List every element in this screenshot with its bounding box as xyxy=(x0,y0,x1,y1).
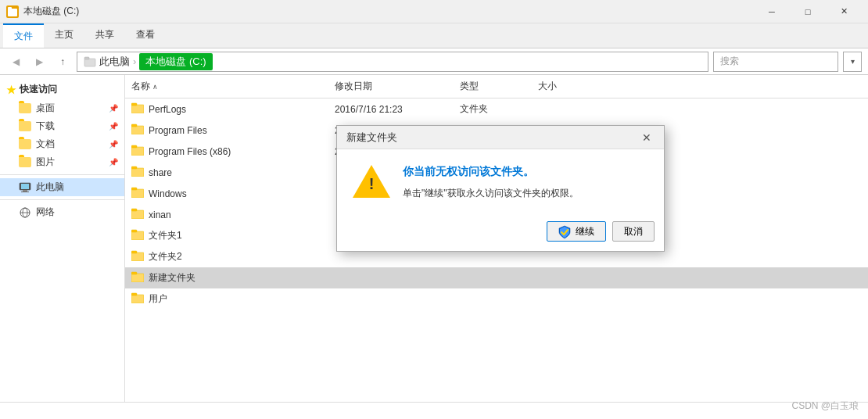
sidebar-item-documents[interactable]: 文档 📌 xyxy=(0,135,124,153)
svg-rect-23 xyxy=(131,231,144,240)
sidebar-item-this-pc-label: 此电脑 xyxy=(36,181,64,194)
table-row[interactable]: 用户 xyxy=(125,288,868,310)
tab-home[interactable]: 主页 xyxy=(44,23,84,48)
title-bar-text: 本地磁盘 (C:) xyxy=(23,5,79,18)
dialog-title-bar: 新建文件夹 ✕ xyxy=(337,126,664,149)
svg-rect-18 xyxy=(131,167,137,169)
svg-rect-0 xyxy=(8,9,17,16)
tab-view[interactable]: 查看 xyxy=(125,23,166,48)
search-box[interactable]: 搜索 xyxy=(713,52,838,72)
file-name: share xyxy=(149,167,172,178)
folder-icon xyxy=(131,124,144,137)
sidebar-item-network-label: 网络 xyxy=(36,206,55,219)
sidebar-quick-access[interactable]: ★ 快速访问 xyxy=(0,80,124,99)
col-type[interactable]: 类型 xyxy=(454,78,532,95)
pin-icon: 📌 xyxy=(109,104,118,113)
shield-icon xyxy=(558,225,571,238)
status-bar xyxy=(0,402,868,419)
svg-rect-13 xyxy=(131,126,144,134)
pin-icon: 📌 xyxy=(109,140,118,149)
close-button[interactable]: ✕ xyxy=(826,0,862,23)
ribbon: 文件 主页 共享 查看 xyxy=(0,23,868,48)
col-type-label: 类型 xyxy=(460,81,479,91)
up-button[interactable]: ↑ xyxy=(53,52,72,71)
network-icon xyxy=(19,206,31,219)
svg-rect-14 xyxy=(131,124,137,127)
dialog-sub-text: 单击"继续"获取永久访问该文件夹的权限。 xyxy=(403,187,579,200)
warning-icon: ! xyxy=(353,165,390,202)
file-size-cell xyxy=(532,108,594,111)
folder-icon xyxy=(19,120,31,133)
continue-label: 继续 xyxy=(576,225,594,238)
dialog-close-button[interactable]: ✕ xyxy=(639,130,655,145)
folder-icon xyxy=(131,208,144,221)
folder-icon xyxy=(131,250,144,263)
file-list-header: 名称 ∧ 修改日期 类型 大小 xyxy=(125,75,868,98)
cancel-button[interactable]: 取消 xyxy=(612,221,655,242)
address-dropdown[interactable]: ▾ xyxy=(843,52,862,72)
file-name: Windows xyxy=(149,188,187,199)
sidebar: ★ 快速访问 桌面 📌 下载 📌 文档 📌 xyxy=(0,75,125,402)
file-name: 用户 xyxy=(149,292,167,306)
back-button[interactable]: ◀ xyxy=(6,52,25,71)
title-bar-controls: ─ □ ✕ xyxy=(754,0,862,23)
table-row[interactable]: 新建文件夹 xyxy=(125,267,868,288)
dialog-text-area: 你当前无权访问该文件夹。 单击"继续"获取永久访问该文件夹的权限。 xyxy=(403,165,579,200)
svg-rect-22 xyxy=(131,209,137,211)
svg-rect-16 xyxy=(131,145,137,148)
sort-asc-icon: ∧ xyxy=(152,83,158,91)
pin-icon: 📌 xyxy=(109,158,118,167)
search-placeholder: 搜索 xyxy=(720,55,739,68)
sidebar-item-desktop[interactable]: 桌面 📌 xyxy=(0,99,124,117)
tab-share[interactable]: 共享 xyxy=(84,23,125,48)
file-date-cell xyxy=(328,277,454,280)
file-name-cell: Program Files xyxy=(125,122,328,138)
folder-icon xyxy=(19,138,31,151)
folder-icon xyxy=(131,292,144,306)
svg-rect-17 xyxy=(131,168,144,177)
folder-icon xyxy=(131,145,144,158)
col-name[interactable]: 名称 ∧ xyxy=(125,78,328,95)
tab-file[interactable]: 文件 xyxy=(3,23,44,48)
address-path[interactable]: 此电脑 › 本地磁盘 (C:) xyxy=(77,52,708,72)
forward-button[interactable]: ▶ xyxy=(30,52,48,71)
ribbon-tabs: 文件 主页 共享 查看 xyxy=(0,23,868,48)
file-type-cell xyxy=(454,277,532,280)
cancel-label: 取消 xyxy=(624,225,643,238)
file-date-cell xyxy=(328,298,454,301)
svg-rect-25 xyxy=(131,252,144,261)
col-date[interactable]: 修改日期 xyxy=(328,78,454,95)
file-name-cell: 用户 xyxy=(125,291,328,307)
sidebar-divider-2 xyxy=(0,199,124,200)
file-name: PerfLogs xyxy=(149,104,186,115)
sidebar-item-pictures-label: 图片 xyxy=(36,156,55,169)
sidebar-item-downloads[interactable]: 下载 📌 xyxy=(0,117,124,135)
file-name-cell: PerfLogs xyxy=(125,101,328,117)
sidebar-item-this-pc[interactable]: 此电脑 xyxy=(0,178,124,196)
continue-button[interactable]: 继续 xyxy=(547,221,606,242)
folder-icon xyxy=(19,156,31,169)
dialog-title: 新建文件夹 xyxy=(346,131,633,145)
warning-triangle: ! xyxy=(353,165,390,198)
dialog-footer: 继续 取消 xyxy=(337,215,664,251)
maximize-button[interactable]: □ xyxy=(790,0,826,23)
folder-icon xyxy=(131,229,144,242)
sidebar-item-downloads-label: 下载 xyxy=(36,120,55,133)
folder-icon xyxy=(131,271,144,285)
svg-rect-1 xyxy=(8,7,12,9)
file-name-cell: Windows xyxy=(125,185,328,202)
file-type-cell: 文件夹 xyxy=(454,101,532,117)
title-bar-icon xyxy=(6,5,19,18)
col-size[interactable]: 大小 xyxy=(532,78,594,95)
svg-rect-6 xyxy=(23,190,27,192)
file-name: Program Files (x86) xyxy=(149,146,231,157)
dialog-body: ! 你当前无权访问该文件夹。 单击"继续"获取永久访问该文件夹的权限。 xyxy=(337,149,664,215)
file-date-cell xyxy=(328,256,454,259)
minimize-button[interactable]: ─ xyxy=(754,0,790,23)
sidebar-item-network[interactable]: 网络 xyxy=(0,203,124,221)
sidebar-item-pictures[interactable]: 图片 📌 xyxy=(0,153,124,171)
table-row[interactable]: PerfLogs 2016/7/16 21:23 文件夹 xyxy=(125,98,868,120)
new-folder-dialog: 新建文件夹 ✕ ! 你当前无权访问该文件夹。 单击"继续"获取永久访问该文件夹的… xyxy=(336,125,665,252)
svg-rect-2 xyxy=(84,59,95,66)
file-name-cell: xinan xyxy=(125,206,328,223)
